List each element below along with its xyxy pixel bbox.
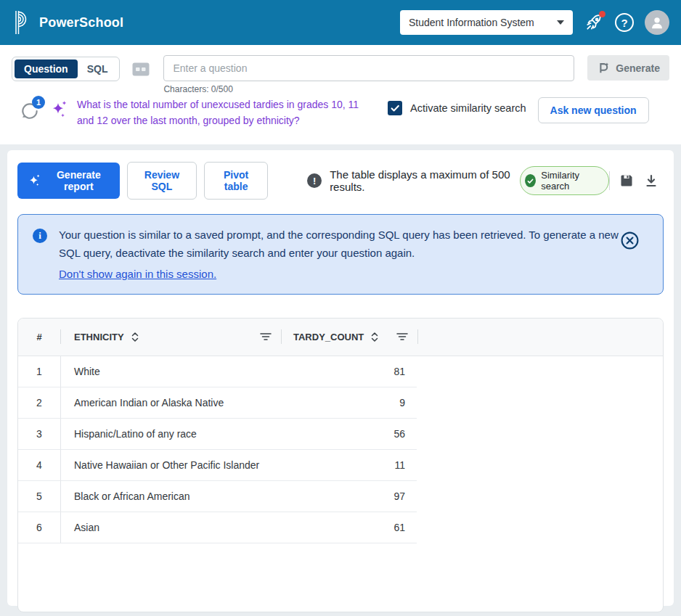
column-header-ethnicity: ETHNICITY [61,332,281,342]
row-number-cell: 2 [18,387,61,419]
ethnicity-cell: Asian [61,512,280,543]
download-icon [644,173,658,188]
generate-report-button[interactable]: Generate report [17,163,120,199]
row-number-cell: 1 [18,356,61,387]
generate-report-label: Generate report [48,169,110,192]
save-icon [619,173,634,188]
sort-icon[interactable] [131,332,139,342]
pivot-table-button[interactable]: Pivot table [204,162,268,200]
max-results-text: The table displays a maximum of 500 resu… [330,168,511,193]
ethnicity-cell: Native Hawaiian or Other Pacific Islande… [61,450,280,481]
table-row: 3 Hispanic/Latino of any race 56 [18,419,663,450]
ai-sparkle-icon [51,100,68,122]
toolbar-divider [609,171,610,190]
previous-question-text[interactable]: What is the total number of unexcused ta… [77,97,369,128]
dont-show-again-link[interactable]: Don't show again in this session. [59,266,216,284]
prompt-library-icon[interactable] [131,62,150,77]
generate-button-label: Generate [616,62,660,74]
filter-icon[interactable] [396,332,408,341]
whats-new-button[interactable] [584,12,604,33]
row-number-cell: 4 [18,450,61,481]
powerschool-logo-icon [12,9,32,36]
ethnicity-cell: Hispanic/Latino of any race [61,419,280,450]
max-results-notice: ! The table displays a maximum of 500 re… [307,168,511,193]
similarity-search-badge: Similarity search [520,166,609,195]
banner-close-button[interactable] [620,231,640,252]
brand: PowerSchool [12,9,123,36]
filter-icon[interactable] [260,332,272,341]
app-header: PowerSchool Student Information System ? [0,0,681,45]
tardy-count-cell: 81 [280,356,417,387]
tardy-count-cell: 9 [280,387,417,419]
product-selector-value: Student Information System [409,17,534,28]
brand-name: PowerSchool [39,15,123,30]
similarity-search-checkbox[interactable] [388,101,402,115]
tardy-count-cell: 61 [280,512,417,543]
results-card: Generate report Review SQL Pivot table !… [7,150,674,606]
results-toolbar: Generate report Review SQL Pivot table !… [17,162,664,200]
powerschool-spark-icon [597,62,610,75]
similarity-info-banner: i Your question is similar to a saved pr… [17,214,664,294]
similarity-badge-label: Similarity search [541,170,599,192]
ethnicity-cell: American Indian or Alaska Native [61,387,280,419]
table-row: 2 American Indian or Alaska Native 9 [18,387,663,419]
tardy-count-cell: 97 [280,481,417,512]
column-label: TARDY_COUNT [293,332,364,342]
question-sql-toggle: Question SQL [12,57,120,81]
results-table: # ETHNICITY TARDY_COUNT [17,318,664,612]
generate-button[interactable]: Generate [587,55,669,81]
row-number-cell: 6 [18,512,61,543]
product-selector-dropdown[interactable]: Student Information System [400,10,573,35]
info-icon: i [33,229,47,243]
ethnicity-cell: White [61,356,280,387]
question-input[interactable] [163,55,574,81]
row-number-cell: 5 [18,481,61,512]
sort-icon[interactable] [370,332,379,342]
table-header-row: # ETHNICITY TARDY_COUNT [18,319,663,356]
table-row: 1 White 81 [18,356,663,387]
query-section: Question SQL Characters: 0/500 [0,45,681,144]
help-button[interactable]: ? [615,13,634,32]
table-row: 6 Asian 61 [18,512,663,543]
ethnicity-cell: Black or African American [61,481,280,512]
banner-message: Your question is similar to a saved prom… [59,229,619,259]
character-counter: Characters: 0/500 [163,84,574,94]
ask-new-question-button[interactable]: Ask new question [538,97,649,123]
chevron-down-icon [557,20,564,25]
question-history-row: 1 What is the total number of unexcused … [12,94,669,141]
notification-dot [599,11,605,17]
download-button[interactable] [639,171,664,191]
review-sql-button[interactable]: Review SQL [127,162,197,200]
tardy-count-cell: 56 [280,419,417,450]
tardy-count-cell: 11 [280,450,417,481]
header-separator [417,329,418,344]
table-row: 5 Black or African American 97 [18,481,663,512]
row-number-cell: 3 [18,419,61,450]
column-label: ETHNICITY [74,332,124,342]
column-header-num: # [18,332,60,342]
user-avatar[interactable] [645,10,669,35]
column-header-tardy-count: TARDY_COUNT [282,332,417,342]
save-button[interactable] [614,171,639,191]
table-row: 4 Native Hawaiian or Other Pacific Islan… [18,450,663,481]
tab-question[interactable]: Question [15,59,78,78]
history-count-badge: 1 [32,96,45,109]
alert-icon: ! [307,173,322,188]
person-icon [649,15,665,30]
history-button[interactable]: 1 [19,99,45,123]
sparkle-icon [28,173,42,188]
tab-sql[interactable]: SQL [78,59,118,78]
page-gap [0,144,681,150]
similarity-search-label: Activate similarity search [410,102,526,114]
check-icon [525,174,536,187]
